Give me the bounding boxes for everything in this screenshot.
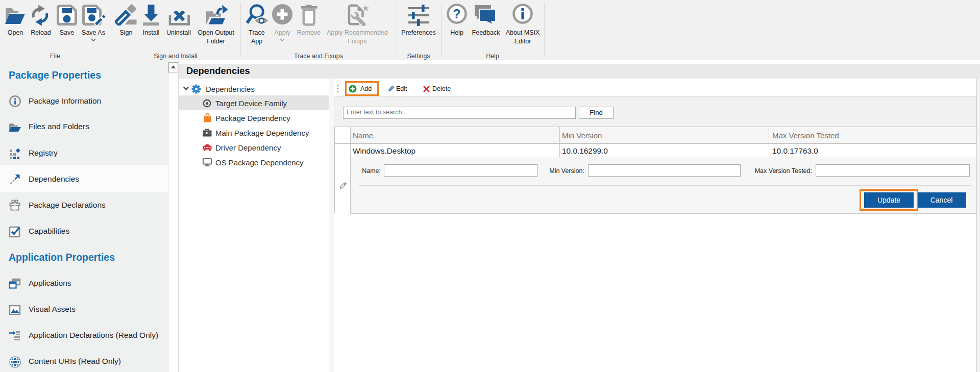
svg-text:?: ? [453, 7, 460, 21]
